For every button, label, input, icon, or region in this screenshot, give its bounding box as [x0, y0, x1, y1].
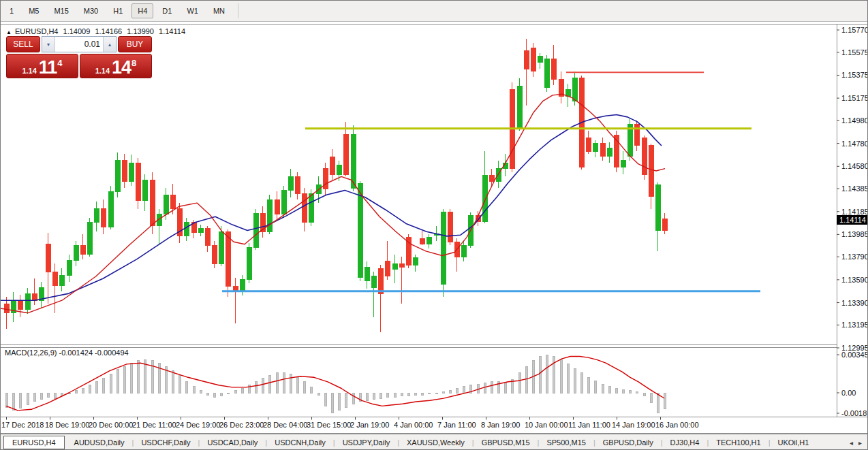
- svg-text:21 Dec 11:00: 21 Dec 11:00: [132, 421, 176, 429]
- svg-text:10 Jan 00:00: 10 Jan 00:00: [525, 421, 568, 429]
- chart-tab-usdcad-daily[interactable]: USDCAD,Daily: [200, 436, 264, 449]
- tab-scroll-right-button[interactable]: ▸: [858, 439, 862, 447]
- sell-price-big: 11: [39, 59, 57, 76]
- tab-separator: |: [707, 438, 709, 447]
- svg-text:7 Jan 11:00: 7 Jan 11:00: [437, 421, 476, 429]
- svg-text:14 Jan 19:00: 14 Jan 19:00: [612, 421, 655, 429]
- svg-text:1.13390: 1.13390: [841, 299, 868, 307]
- svg-text:1.13195: 1.13195: [841, 321, 868, 329]
- one-click-trading-panel: SELL ▾ ▴ BUY 1.14 11 4 1.14 14 8: [6, 36, 152, 78]
- macd-indicator-label: MACD(12,26,9) -0.001424 -0.000494: [5, 349, 129, 357]
- chart-tab-gbpusd-m15[interactable]: GBPUSD,M15: [475, 436, 537, 449]
- tab-scroll-left-button[interactable]: ◂: [850, 439, 853, 447]
- svg-text:18 Dec 19:00: 18 Dec 19:00: [45, 421, 89, 429]
- svg-text:4 Jan 00:00: 4 Jan 00:00: [394, 421, 433, 429]
- volume-decrease-button[interactable]: ▾: [42, 37, 55, 52]
- tab-separator: |: [538, 438, 540, 447]
- svg-text:11 Jan 11:00: 11 Jan 11:00: [568, 421, 610, 429]
- buy-price-small: 1.14: [95, 67, 110, 76]
- ohlc-open: 1.14009: [63, 27, 91, 35]
- buy-price-sup: 8: [131, 59, 136, 67]
- svg-text:1.15375: 1.15375: [841, 71, 868, 79]
- svg-text:24 Dec 19:00: 24 Dec 19:00: [176, 421, 220, 429]
- chart-tab-usdchf-daily[interactable]: USDCHF,Daily: [134, 436, 197, 449]
- current-price-badge: 1.14114: [837, 215, 868, 225]
- buy-button[interactable]: BUY: [118, 36, 152, 52]
- sell-price-small: 1.14: [22, 67, 36, 76]
- svg-text:31 Dec 15:00: 31 Dec 15:00: [307, 421, 351, 429]
- svg-text:1.13985: 1.13985: [841, 230, 868, 238]
- chart-tab-usdjpy-daily[interactable]: USDJPY,Daily: [336, 436, 397, 449]
- svg-text:0.003452: 0.003452: [841, 351, 868, 359]
- chart-ohlc-header: ▲EURUSD,H4 1.14009 1.14166 1.13990 1.141…: [6, 27, 188, 35]
- svg-text:1.14980: 1.14980: [841, 116, 868, 125]
- tab-separator: |: [198, 438, 200, 447]
- svg-text:1.15770: 1.15770: [841, 26, 868, 34]
- mt4-window: 1M5M15M30H1H4D1W1MN 1.157701.155751.1537…: [0, 0, 868, 450]
- svg-text:26 Dec 23:00: 26 Dec 23:00: [219, 421, 264, 429]
- svg-text:20 Dec 00:00: 20 Dec 00:00: [89, 421, 133, 429]
- ohlc-close: 1.14114: [159, 27, 185, 35]
- chart-tab-tech100-h1[interactable]: TECH100,H1: [709, 436, 767, 449]
- chart-tab-usdcnh-daily[interactable]: USDCNH,Daily: [268, 436, 332, 449]
- svg-text:0.00: 0.00: [841, 389, 856, 397]
- volume-input[interactable]: [55, 37, 103, 52]
- chart-tab-xauusd-weekly[interactable]: XAUUSD,Weekly: [400, 436, 471, 449]
- svg-text:1.14780: 1.14780: [841, 140, 868, 148]
- collapse-triangle-icon[interactable]: ▲: [6, 29, 12, 35]
- buy-price-display[interactable]: 1.14 14 8: [80, 54, 152, 78]
- chart-tab-ukoil-h1[interactable]: UKOil,H1: [771, 436, 816, 449]
- tab-separator: |: [397, 438, 399, 447]
- tab-separator: |: [661, 438, 663, 447]
- svg-text:1.14580: 1.14580: [841, 162, 868, 170]
- chart-tab-dj30-h4[interactable]: DJ30,H4: [664, 436, 707, 449]
- sell-price-sup: 4: [57, 59, 62, 67]
- tab-separator: |: [132, 438, 134, 447]
- ohlc-high: 1.14166: [95, 27, 122, 35]
- svg-text:8 Jan 19:00: 8 Jan 19:00: [481, 421, 521, 429]
- ohlc-low: 1.13990: [127, 27, 154, 35]
- tab-separator: |: [265, 438, 267, 447]
- tab-separator: |: [593, 438, 595, 447]
- chart-tab-audusd-daily[interactable]: AUDUSD,Daily: [67, 436, 131, 449]
- volume-spinner: ▾ ▴: [42, 36, 117, 52]
- svg-text:1.14385: 1.14385: [841, 184, 868, 193]
- svg-text:28 Dec 04:00: 28 Dec 04:00: [263, 421, 307, 429]
- volume-increase-button[interactable]: ▴: [103, 37, 116, 52]
- buy-price-big: 14: [112, 59, 131, 76]
- chart-tab-sp500-m15[interactable]: SP500,M15: [540, 436, 592, 449]
- svg-text:1.13790: 1.13790: [841, 253, 868, 261]
- svg-text:1.15575: 1.15575: [841, 48, 868, 57]
- chart-symbol: EURUSD,H4: [15, 27, 59, 35]
- tab-separator: |: [472, 438, 474, 447]
- chart-tab-eurusd-h4[interactable]: EURUSD,H4: [3, 436, 65, 449]
- svg-text:1.15175: 1.15175: [841, 94, 868, 102]
- chart-tab-bar: EURUSD,H4AUDUSD,Daily|USDCHF,Daily|USDCA…: [1, 434, 867, 450]
- svg-text:17 Dec 2018: 17 Dec 2018: [1, 421, 44, 429]
- svg-text:2 Jan 19:00: 2 Jan 19:00: [350, 421, 390, 429]
- svg-text:1.13590: 1.13590: [841, 276, 868, 284]
- tab-separator: |: [769, 438, 771, 447]
- sell-button[interactable]: SELL: [6, 36, 40, 52]
- svg-text:-0.001851: -0.001851: [841, 409, 868, 417]
- chart-tab-gbpusd-daily[interactable]: GBPUSD,Daily: [596, 436, 660, 449]
- tab-separator: |: [333, 438, 335, 447]
- sell-price-display[interactable]: 1.14 11 4: [6, 54, 78, 78]
- svg-text:16 Jan 00:00: 16 Jan 00:00: [655, 421, 699, 429]
- svg-text:1.14185: 1.14185: [841, 208, 868, 216]
